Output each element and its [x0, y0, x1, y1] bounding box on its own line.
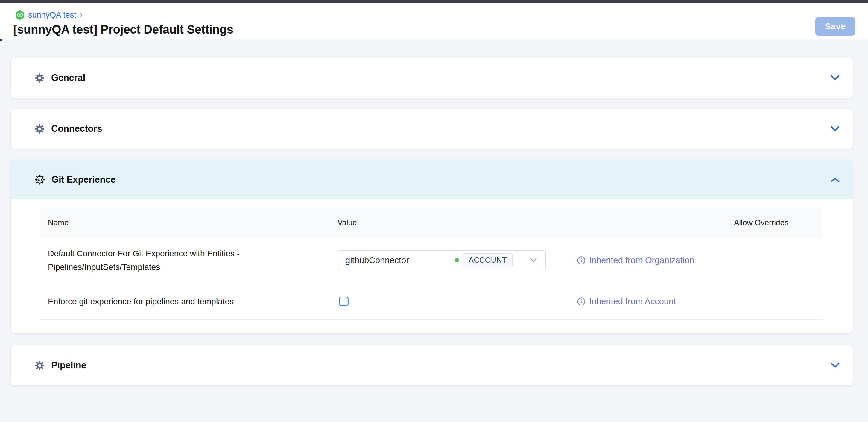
window-top-bar	[0, 0, 868, 3]
breadcrumb-separator-icon: ›	[80, 10, 83, 20]
setting-name: Enforce git experience for pipelines and…	[40, 295, 261, 308]
setting-value-cell: githubConnector ACCOUNT	[338, 250, 577, 271]
gear-icon	[35, 361, 44, 370]
section-header-pipeline[interactable]: Pipeline	[11, 345, 853, 386]
project-hexagon-icon	[15, 10, 25, 20]
column-header-allow-overrides: Allow Overrides	[734, 218, 824, 227]
page-header: sunnyQA test › [sunnyQA test] Project De…	[0, 3, 868, 39]
inherited-from-account-link[interactable]: Inherited from Account	[577, 297, 824, 306]
section-title-connectors: Connectors	[51, 123, 102, 134]
svg-text:</>: </>	[37, 178, 42, 181]
table-row: Enforce git experience for pipelines and…	[40, 283, 824, 320]
caret-down-icon	[530, 258, 537, 262]
chevron-up-icon	[831, 177, 840, 182]
info-circle-icon	[577, 297, 586, 306]
enforce-git-experience-checkbox[interactable]	[339, 297, 348, 306]
breadcrumb: sunnyQA test ›	[15, 9, 83, 20]
page-title: [sunnyQA test] Project Default Settings	[13, 23, 234, 36]
chevron-down-icon	[831, 363, 840, 368]
section-card-pipeline: Pipeline	[11, 345, 853, 386]
git-settings-table: Name Value Allow Overrides Default Conne…	[40, 207, 824, 320]
section-title-pipeline: Pipeline	[51, 360, 86, 371]
section-card-git-experience: </> Git Experience Name Value Allow Over…	[11, 160, 853, 333]
section-title-git-experience: Git Experience	[52, 174, 116, 185]
table-row: Default Connector For Git Experience wit…	[40, 238, 824, 283]
chevron-down-icon	[831, 126, 840, 132]
inherited-from-organization-link[interactable]: Inherited from Organization	[577, 255, 824, 265]
section-card-connectors: Connectors	[11, 109, 853, 149]
column-header-name: Name	[40, 218, 338, 227]
allow-overrides-cell: Inherited from Organization	[577, 255, 824, 265]
breadcrumb-project-link[interactable]: sunnyQA test	[28, 10, 76, 20]
gear-icon	[35, 124, 44, 134]
allow-overrides-cell: Inherited from Account	[577, 297, 824, 306]
connector-select-meta: ACCOUNT	[455, 253, 540, 268]
connector-status-dot	[455, 258, 459, 262]
section-title-general: General	[51, 73, 85, 83]
save-button[interactable]: Save	[815, 17, 855, 36]
chevron-down-icon	[831, 75, 840, 81]
connector-scope-badge: ACCOUNT	[463, 253, 513, 268]
setting-value-cell	[338, 297, 577, 306]
setting-name: Default Connector For Git Experience wit…	[40, 247, 261, 274]
project-default-settings-page: sunnyQA test › [sunnyQA test] Project De…	[0, 0, 868, 422]
section-header-general[interactable]: General	[11, 58, 853, 98]
gear-code-icon: </>	[35, 175, 45, 185]
column-header-value: Value	[338, 218, 577, 227]
section-header-git-experience[interactable]: </> Git Experience	[11, 160, 853, 199]
section-header-connectors[interactable]: Connectors	[11, 109, 853, 149]
inherited-label: Inherited from Account	[589, 297, 676, 306]
inherited-label: Inherited from Organization	[589, 255, 694, 265]
connector-select-value: githubConnector	[345, 255, 409, 265]
section-card-general: General	[11, 58, 853, 98]
table-header-row: Name Value Allow Overrides	[40, 207, 824, 238]
gear-icon	[35, 73, 44, 83]
info-circle-icon	[577, 256, 586, 265]
connector-select[interactable]: githubConnector ACCOUNT	[338, 250, 546, 271]
